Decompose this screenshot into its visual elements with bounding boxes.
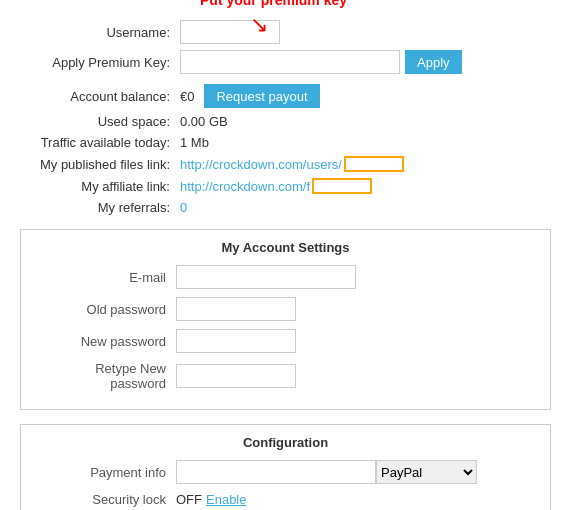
security-lock-status: OFF	[176, 492, 202, 507]
configuration-section: Configuration Payment info PayPal Wire T…	[20, 424, 551, 510]
published-files-label: My published files link:	[20, 157, 180, 172]
referrals-value: 0	[180, 200, 187, 215]
published-files-highlight	[344, 156, 404, 172]
old-password-label: Old password	[36, 302, 176, 317]
annotation-text: Put your premium key	[200, 0, 347, 8]
affiliate-label: My affiliate link:	[20, 179, 180, 194]
used-space-value: 0.00 GB	[180, 114, 228, 129]
premium-key-input[interactable]	[180, 50, 400, 74]
account-balance-label: Account balance:	[20, 89, 180, 104]
traffic-value: 1 Mb	[180, 135, 209, 150]
payment-method-select[interactable]: PayPal Wire Transfer	[376, 460, 477, 484]
account-balance-value: €0	[180, 89, 194, 104]
retype-password-label: Retype New password	[36, 361, 176, 391]
configuration-title: Configuration	[36, 435, 535, 450]
published-files-link[interactable]: http://crockdown.com/users/	[180, 157, 342, 172]
account-settings-section: My Account Settings E-mail Old password …	[20, 229, 551, 410]
traffic-label: Traffic available today:	[20, 135, 180, 150]
apply-premium-label: Apply Premium Key:	[20, 55, 180, 70]
old-password-input[interactable]	[176, 297, 296, 321]
used-space-label: Used space:	[20, 114, 180, 129]
retype-password-input[interactable]	[176, 364, 296, 388]
security-enable-link[interactable]: Enable	[206, 492, 246, 507]
apply-button[interactable]: Apply	[405, 50, 462, 74]
new-password-input[interactable]	[176, 329, 296, 353]
security-lock-label: Security lock	[36, 492, 176, 507]
affiliate-link[interactable]: http://crockdown.com/f	[180, 179, 310, 194]
referrals-label: My referrals:	[20, 200, 180, 215]
new-password-label: New password	[36, 334, 176, 349]
affiliate-highlight	[312, 178, 372, 194]
account-settings-title: My Account Settings	[36, 240, 535, 255]
payment-info-label: Payment info	[36, 465, 176, 480]
email-input[interactable]	[176, 265, 356, 289]
username-label: Username:	[20, 25, 180, 40]
request-payout-button[interactable]: Request payout	[204, 84, 319, 108]
payment-info-input[interactable]	[176, 460, 376, 484]
annotation-arrow: ↘	[250, 12, 268, 38]
email-label: E-mail	[36, 270, 176, 285]
